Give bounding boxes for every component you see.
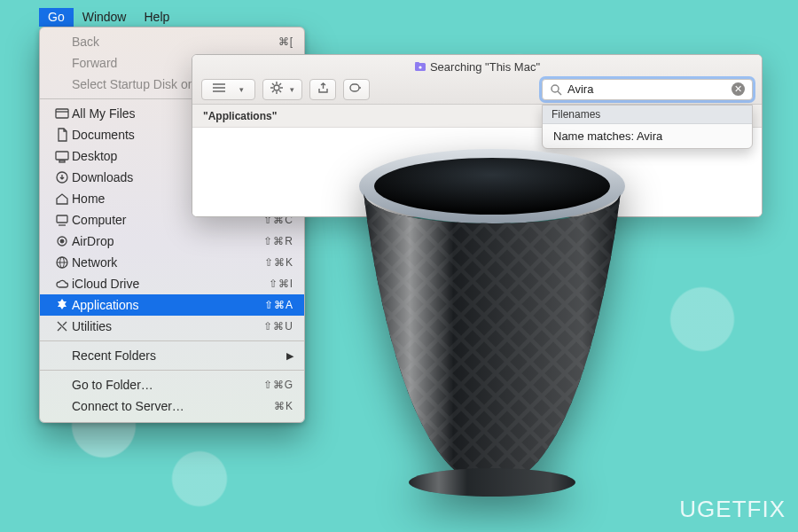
svg-point-14 bbox=[419, 66, 421, 68]
documents-icon bbox=[52, 128, 72, 142]
chevron-right-icon: ▶ bbox=[286, 350, 293, 362]
shortcut: ⌘K bbox=[251, 400, 293, 412]
menu-item-applications[interactable]: Applications ⇧⌘A bbox=[40, 294, 304, 316]
finder-window: Searching "This Mac" ▾ ▾ bbox=[192, 54, 763, 217]
network-icon bbox=[52, 255, 72, 270]
menu-label: Network bbox=[72, 255, 251, 270]
shortcut: ⇧⌘A bbox=[251, 299, 293, 311]
share-button[interactable] bbox=[309, 79, 336, 100]
home-icon bbox=[52, 192, 72, 206]
svg-rect-13 bbox=[415, 62, 419, 64]
scope-applications[interactable]: "Applications" bbox=[203, 110, 277, 122]
search-icon bbox=[550, 83, 562, 96]
shortcut: ⇧⌘G bbox=[251, 379, 293, 391]
shortcut: ⇧⌘R bbox=[251, 235, 293, 247]
tags-button[interactable] bbox=[343, 79, 370, 100]
menubar: Go Window Help bbox=[39, 7, 178, 27]
menu-label: Applications bbox=[72, 298, 251, 312]
airdrop-icon bbox=[52, 234, 72, 248]
menu-window[interactable]: Window bbox=[74, 8, 136, 27]
chevron-down-icon: ▾ bbox=[236, 85, 247, 94]
menu-label: Utilities bbox=[72, 319, 251, 333]
menu-item-network[interactable]: Network ⇧⌘K bbox=[40, 252, 304, 273]
chevron-down-icon: ▾ bbox=[290, 85, 294, 94]
desktop-icon bbox=[52, 149, 72, 163]
svg-point-7 bbox=[60, 239, 64, 243]
downloads-icon bbox=[52, 170, 72, 184]
shortcut: ⌘[ bbox=[251, 35, 293, 48]
menu-item-back: Back ⌘[ bbox=[40, 31, 304, 52]
shortcut: ⇧⌘K bbox=[251, 256, 293, 269]
smart-folder-icon bbox=[414, 60, 426, 73]
menu-label: Connect to Server… bbox=[72, 399, 251, 413]
window-title: Searching "This Mac" bbox=[192, 60, 762, 74]
menu-label: Recent Folders bbox=[72, 348, 293, 363]
shortcut: ⇧⌘U bbox=[251, 320, 293, 332]
utilities-icon bbox=[52, 319, 72, 333]
applications-icon bbox=[52, 298, 72, 312]
svg-point-33 bbox=[409, 468, 575, 497]
tag-icon bbox=[349, 82, 364, 96]
view-mode-button[interactable]: ▾ bbox=[201, 79, 255, 100]
share-icon bbox=[317, 82, 329, 97]
action-gear-button[interactable]: ▾ bbox=[262, 79, 302, 100]
menu-item-connect-to-server[interactable]: Connect to Server… ⌘K bbox=[40, 395, 304, 417]
menu-label: AirDrop bbox=[72, 234, 251, 248]
computer-icon bbox=[52, 213, 72, 227]
watermark: UGETFIX bbox=[679, 496, 786, 523]
suggestion-item[interactable]: Name matches: Avira bbox=[543, 124, 752, 148]
svg-line-26 bbox=[272, 90, 274, 92]
menu-label: Back bbox=[72, 35, 251, 49]
window-title-text: Searching "This Mac" bbox=[430, 60, 540, 74]
menu-item-go-to-folder[interactable]: Go to Folder… ⇧⌘G bbox=[40, 374, 304, 395]
svg-line-24 bbox=[279, 90, 281, 92]
gear-icon bbox=[270, 82, 283, 97]
menu-item-icloud[interactable]: iCloud Drive ⇧⌘I bbox=[40, 273, 304, 294]
clear-search-button[interactable]: ✕ bbox=[732, 82, 745, 96]
svg-line-23 bbox=[272, 83, 274, 85]
all-my-files-icon bbox=[52, 106, 72, 121]
menu-label: Go to Folder… bbox=[72, 378, 251, 392]
svg-point-34 bbox=[409, 468, 575, 497]
menu-go[interactable]: Go bbox=[39, 8, 74, 27]
menu-item-utilities[interactable]: Utilities ⇧⌘U bbox=[40, 316, 304, 337]
search-input[interactable] bbox=[567, 82, 732, 96]
svg-line-25 bbox=[279, 83, 281, 85]
svg-point-28 bbox=[359, 87, 361, 89]
search-field[interactable]: ✕ bbox=[542, 79, 753, 100]
menu-item-airdrop[interactable]: AirDrop ⇧⌘R bbox=[40, 231, 304, 252]
finder-toolbar: Searching "This Mac" ▾ ▾ bbox=[192, 55, 762, 105]
menu-item-recent-folders[interactable]: Recent Folders ▶ bbox=[40, 345, 304, 366]
svg-rect-2 bbox=[56, 152, 68, 160]
svg-line-30 bbox=[558, 91, 561, 95]
svg-rect-27 bbox=[350, 84, 359, 91]
menu-label: iCloud Drive bbox=[72, 277, 251, 291]
svg-rect-5 bbox=[57, 215, 67, 223]
cloud-icon bbox=[52, 277, 72, 291]
suggestions-header: Filenames bbox=[543, 106, 752, 124]
shortcut: ⇧⌘I bbox=[251, 278, 293, 290]
svg-point-18 bbox=[274, 85, 279, 90]
svg-point-29 bbox=[552, 85, 559, 92]
svg-rect-0 bbox=[56, 109, 68, 118]
separator bbox=[40, 370, 304, 371]
search-suggestions: Filenames Name matches: Avira bbox=[542, 105, 753, 149]
svg-rect-3 bbox=[59, 160, 65, 162]
list-view-icon bbox=[209, 82, 229, 96]
menu-help[interactable]: Help bbox=[135, 8, 178, 27]
separator bbox=[40, 340, 304, 341]
